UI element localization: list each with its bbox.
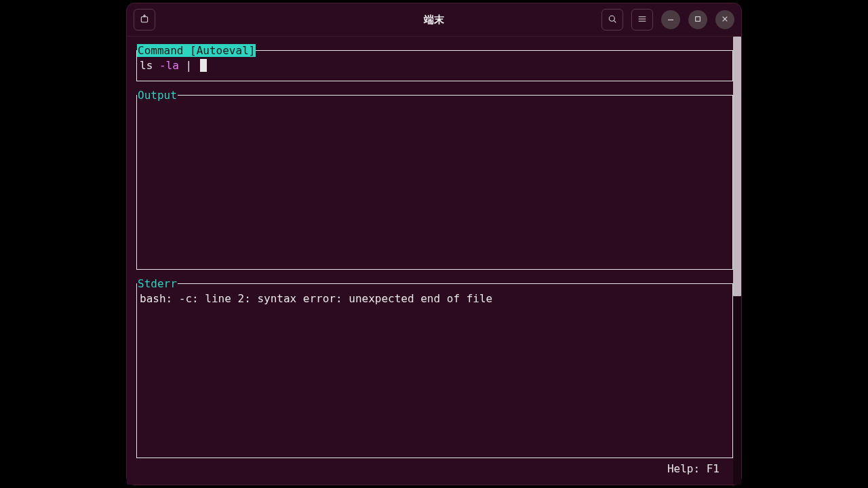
stderr-panel: Stderr bash: -c: line 2: syntax error: u… xyxy=(136,283,733,458)
svg-rect-2 xyxy=(696,16,701,21)
maximize-button[interactable] xyxy=(688,10,707,29)
svg-point-1 xyxy=(609,16,614,21)
search-button[interactable] xyxy=(601,9,623,30)
minimize-icon xyxy=(665,14,676,26)
svg-rect-0 xyxy=(141,16,147,22)
scrollbar-track[interactable] xyxy=(733,37,741,485)
close-button[interactable] xyxy=(715,10,734,29)
workspace: 端末 xyxy=(0,0,868,488)
hamburger-icon xyxy=(637,14,648,26)
new-tab-icon xyxy=(139,14,150,26)
help-text: Help: F1 xyxy=(667,462,719,475)
maximize-icon xyxy=(692,14,703,26)
command-panel: Command [Autoeval] ls -la | xyxy=(136,50,733,81)
output-panel-label: Output xyxy=(137,89,178,102)
stderr-panel-label: Stderr xyxy=(137,277,178,290)
command-token-flag: -la xyxy=(159,59,179,72)
terminal-window: 端末 xyxy=(126,3,742,485)
stderr-content: bash: -c: line 2: syntax error: unexpect… xyxy=(140,292,730,305)
menu-button[interactable] xyxy=(631,9,653,30)
window-title: 端末 xyxy=(424,14,444,26)
minimize-button[interactable] xyxy=(661,10,680,29)
scrollbar-thumb[interactable] xyxy=(733,37,741,296)
command-input[interactable]: ls -la | xyxy=(140,59,730,72)
search-icon xyxy=(607,14,618,26)
output-panel: Output xyxy=(136,95,733,270)
new-tab-button[interactable] xyxy=(134,9,155,30)
close-icon xyxy=(719,14,730,26)
cursor-block xyxy=(200,59,207,72)
titlebar: 端末 xyxy=(127,3,741,36)
terminal-body[interactable]: Command [Autoeval] ls -la | Output Stder… xyxy=(127,36,741,485)
command-panel-label: Command [Autoeval] xyxy=(137,44,256,57)
command-token-tail: | xyxy=(179,59,199,72)
command-token-ls: ls xyxy=(140,59,153,72)
